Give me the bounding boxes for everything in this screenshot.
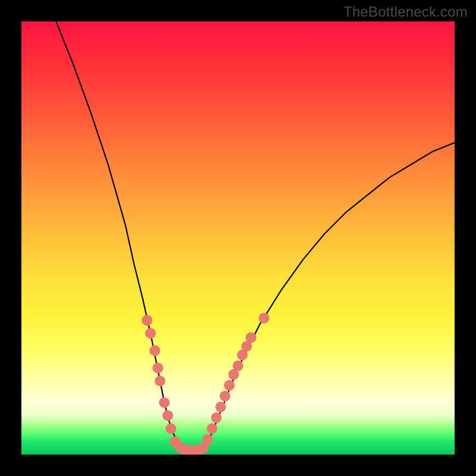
left-dot-5 — [155, 375, 165, 386]
right-dot-4 — [215, 402, 226, 412]
left-dot-7 — [162, 410, 173, 421]
left-dot-3 — [149, 345, 160, 356]
right-dot-1 — [202, 434, 213, 445]
right-dot-5 — [220, 391, 230, 402]
right-dot-outlier — [259, 313, 270, 324]
right-dot-6 — [224, 380, 234, 391]
plot-svg — [21, 21, 455, 455]
left-dot-4 — [152, 362, 163, 373]
left-dot-2 — [145, 328, 156, 339]
right-dot-8 — [233, 361, 243, 371]
left-dot-1 — [142, 315, 152, 325]
watermark-text: TheBottleneck.com — [343, 4, 468, 20]
left-dot-8 — [165, 423, 176, 434]
right-dot-11 — [246, 332, 256, 343]
chart-frame: TheBottleneck.com — [0, 0, 476, 476]
plot-area — [21, 21, 455, 455]
right-dot-2 — [206, 423, 217, 434]
right-dot-3 — [211, 412, 222, 423]
left-dot-6 — [159, 397, 170, 408]
bottleneck-curve — [56, 21, 455, 450]
